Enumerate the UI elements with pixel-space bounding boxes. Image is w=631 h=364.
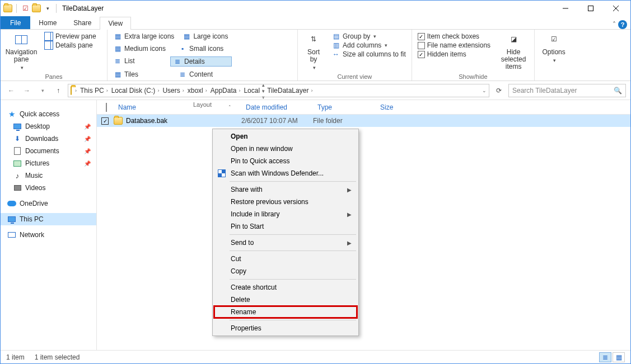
ribbon-group-label: Panes [4, 72, 104, 80]
nav-downloads[interactable]: ⬇Downloads📌 [1, 133, 96, 145]
recent-locations-button[interactable]: ▾ [36, 84, 49, 97]
layout-details[interactable]: ≣Details [170, 56, 232, 67]
column-name[interactable]: Name˄ [114, 103, 241, 111]
tab-home[interactable]: Home [30, 16, 65, 29]
tab-file[interactable]: File [1, 16, 30, 29]
size-columns-button[interactable]: ↔Size all columns to fit [329, 50, 408, 59]
select-all-checkbox[interactable] [106, 103, 107, 112]
details-view-toggle[interactable]: ≣ [599, 352, 611, 362]
nav-desktop[interactable]: Desktop📌 [1, 120, 96, 133]
ctx-rename[interactable]: Rename [214, 306, 357, 318]
breadcrumb[interactable]: AppData› [209, 87, 242, 94]
tab-view[interactable]: View [100, 17, 131, 30]
ctx-create-shortcut[interactable]: Create shortcut [214, 281, 357, 294]
properties-qa-icon[interactable]: ☑ [20, 3, 30, 13]
large-icons-view-toggle[interactable]: ▦ [613, 352, 625, 362]
preview-pane-button[interactable]: Preview pane [42, 32, 104, 41]
layout-list[interactable]: ≣List [111, 56, 167, 65]
desktop-icon [13, 122, 22, 131]
nav-quick-access[interactable]: ★Quick access [1, 108, 96, 120]
ctx-restore-versions[interactable]: Restore previous versions [214, 196, 357, 208]
submenu-arrow-icon: ▶ [347, 240, 352, 246]
minimize-button[interactable] [553, 1, 578, 16]
ctx-pin-start[interactable]: Pin to Start [214, 220, 357, 233]
checkbox-empty-icon [418, 42, 425, 49]
add-columns-button[interactable]: ▥Add columns▾ [329, 41, 408, 50]
refresh-button[interactable]: ⟳ [493, 87, 505, 94]
column-date[interactable]: Date modified [241, 103, 313, 111]
window-title: TileDataLayer [62, 4, 104, 12]
ctx-include-library[interactable]: Include in library▶ [214, 208, 357, 220]
ctx-delete[interactable]: Delete [214, 294, 357, 306]
options-icon: ☑ [545, 33, 563, 46]
qa-dropdown-icon[interactable]: ▾ [43, 3, 53, 13]
item-checkboxes-toggle[interactable]: ✓Item check boxes [415, 32, 493, 41]
table-row[interactable]: ✓ Database.bak 2/6/2017 10:07 AM File fo… [97, 115, 630, 127]
address-bar[interactable]: › This PC› Local Disk (C:)› Users› xboxl… [68, 84, 489, 97]
submenu-arrow-icon: ▶ [347, 187, 352, 193]
maximize-button[interactable] [578, 1, 603, 16]
ctx-separator [230, 234, 356, 235]
forward-button[interactable]: → [21, 84, 33, 97]
ribbon: Navigation pane ▾ Preview pane Details p… [1, 30, 630, 81]
nav-music[interactable]: ♪Music [1, 169, 96, 182]
breadcrumb[interactable]: This PC› [79, 87, 109, 94]
navigation-pane-button[interactable]: Navigation pane ▾ [4, 32, 39, 72]
hidden-items-toggle[interactable]: ✓Hidden items [415, 50, 493, 59]
star-icon: ★ [7, 110, 16, 119]
ctx-cut[interactable]: Cut [214, 253, 357, 265]
layout-extra-large[interactable]: ▦Extra large icons [111, 32, 176, 41]
context-menu: Open Open in new window Pin to Quick acc… [212, 129, 359, 336]
preview-pane-icon [44, 32, 53, 40]
ctx-separator [230, 279, 356, 280]
breadcrumb[interactable]: xboxl› [186, 87, 208, 94]
file-extensions-toggle[interactable]: File name extensions [415, 41, 493, 50]
file-list-area: Name˄ Date modified Type Size ✓ Database… [97, 100, 630, 350]
layout-medium[interactable]: ▦Medium icons [111, 44, 172, 53]
ctx-open[interactable]: Open [214, 130, 357, 143]
column-size[interactable]: Size [376, 103, 420, 111]
details-pane-button[interactable]: Details pane [42, 41, 104, 50]
sort-by-button[interactable]: ⇅ Sort by ▾ [301, 32, 326, 72]
tab-share[interactable]: Share [65, 16, 100, 29]
file-name: Database.bak [126, 117, 167, 125]
new-folder-qa-icon[interactable] [31, 3, 41, 13]
ctx-send-to[interactable]: Send to▶ [214, 237, 357, 249]
ctx-properties[interactable]: Properties [214, 322, 357, 334]
layout-large[interactable]: ▦Large icons [180, 32, 236, 41]
breadcrumb[interactable]: Users› [161, 87, 185, 94]
address-dropdown-icon[interactable]: ⌄ [482, 88, 487, 93]
layout-content[interactable]: ≣Content [176, 70, 232, 79]
ctx-copy[interactable]: Copy [214, 265, 357, 277]
back-button[interactable]: ← [5, 84, 17, 97]
ctx-share-with[interactable]: Share with▶ [214, 183, 357, 196]
nav-network[interactable]: Network [1, 229, 96, 241]
nav-pictures[interactable]: Pictures📌 [1, 157, 96, 169]
breadcrumb[interactable]: Local Disk (C:)› [110, 87, 161, 94]
search-input[interactable]: Search TileDataLayer 🔍 [508, 84, 626, 97]
breadcrumb[interactable]: Local› [242, 87, 265, 94]
close-button[interactable] [603, 1, 628, 16]
ctx-scan-defender[interactable]: Scan with Windows Defender... [214, 167, 357, 179]
ribbon-group-label [538, 72, 569, 79]
breadcrumb[interactable]: TileDataLayer› [266, 87, 314, 94]
nav-onedrive[interactable]: OneDrive [1, 197, 96, 210]
group-by-button[interactable]: ▤Group by▾ [329, 32, 408, 41]
nav-this-pc[interactable]: This PC [1, 213, 96, 225]
row-checkbox[interactable]: ✓ [101, 117, 109, 125]
network-icon [7, 230, 16, 239]
help-icon[interactable]: ? [618, 20, 627, 29]
collapse-ribbon-icon[interactable]: ˄ [613, 21, 616, 29]
ctx-open-new-window[interactable]: Open in new window [214, 143, 357, 155]
column-type[interactable]: Type [313, 103, 376, 111]
layout-small[interactable]: ▪Small icons [176, 44, 237, 53]
hide-selected-button[interactable]: ◪ Hide selected items [496, 32, 531, 72]
layout-tiles[interactable]: ▦Tiles [111, 70, 172, 79]
up-button[interactable]: ↑ [52, 84, 64, 97]
nav-documents[interactable]: Documents📌 [1, 145, 96, 157]
ctx-pin-quick-access[interactable]: Pin to Quick access [214, 155, 357, 167]
status-selected-count: 1 item selected [35, 353, 80, 361]
options-button[interactable]: ☑ Options ▾ [538, 32, 569, 65]
nav-videos[interactable]: Videos [1, 182, 96, 194]
checkbox-checked-icon: ✓ [418, 51, 425, 58]
